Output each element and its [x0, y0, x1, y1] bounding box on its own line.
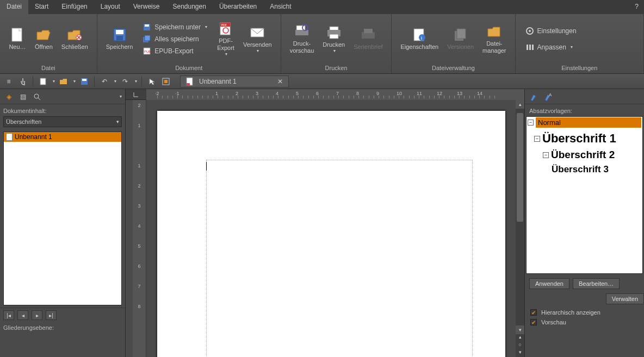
menu-references[interactable]: Verweise: [127, 0, 166, 14]
pdf-icon: PDF: [218, 21, 233, 36]
new-button[interactable]: Neu…: [4, 25, 30, 53]
object-mode-icon[interactable]: [160, 76, 171, 87]
doc-tab-title: Unbenannt 1: [199, 78, 237, 85]
properties-button[interactable]: i Eigenschaften: [396, 25, 443, 53]
cursor-icon[interactable]: [146, 76, 157, 87]
tree-collapse-icon[interactable]: −: [543, 152, 549, 158]
svg-rect-32: [529, 45, 531, 50]
edit-button[interactable]: Bearbeiten…: [573, 278, 620, 289]
scroll-thumb[interactable]: [517, 113, 523, 222]
outline-level-label: Gliederungsebene:: [0, 322, 125, 331]
menu-view[interactable]: Ansicht: [263, 0, 298, 14]
svg-rect-28: [457, 29, 466, 39]
styles-panel: A Absatzvorlagen: − Normal − Überschrift…: [524, 89, 644, 357]
style-heading2[interactable]: Überschrift 2: [551, 149, 615, 161]
outline-icon[interactable]: ▤: [17, 91, 28, 102]
open-button[interactable]: Öffnen: [30, 25, 57, 53]
chevron-down-icon: ▾: [116, 119, 119, 124]
scroll-down-icon[interactable]: ▾: [516, 325, 524, 334]
nav-tree[interactable]: Unbenannt 1: [3, 131, 122, 305]
customize-button[interactable]: Anpassen▾: [523, 42, 579, 53]
nav-last-button[interactable]: ▸|: [46, 310, 57, 320]
tree-collapse-icon[interactable]: −: [528, 120, 534, 126]
epub-export-button[interactable]: PUBEPUB-Export: [140, 46, 209, 57]
versions-button[interactable]: Versionen: [443, 25, 478, 53]
redo-icon[interactable]: ↷: [120, 76, 131, 87]
close-tab-icon[interactable]: ✕: [277, 78, 283, 85]
save-quick-icon[interactable]: [79, 76, 90, 87]
group-document-label: Dokument: [97, 64, 281, 73]
svg-rect-23: [364, 29, 373, 33]
menu-layout[interactable]: Layout: [94, 0, 127, 14]
apply-button[interactable]: Anwenden: [529, 278, 569, 289]
svg-text:PDF: PDF: [221, 23, 227, 27]
menu-review[interactable]: Überarbeiten: [213, 0, 263, 14]
tree-collapse-icon[interactable]: −: [534, 136, 540, 142]
save-button[interactable]: Speichern: [102, 25, 138, 53]
char-styles-icon[interactable]: A: [543, 92, 553, 102]
vertical-ruler[interactable]: 2112345678: [133, 100, 146, 357]
close-button[interactable]: Schließen: [57, 25, 92, 53]
tree-item[interactable]: Unbenannt 1: [4, 132, 121, 142]
mailmerge-button[interactable]: Serienbrief: [349, 25, 387, 53]
preview-checkbox[interactable]: ✔ Vorschau: [525, 317, 644, 327]
save-all-button[interactable]: Alles speichern: [140, 34, 209, 45]
ribbon: Neu… Öffnen Schließen Datei Speichern Sp…: [0, 14, 644, 74]
menu-start[interactable]: Start: [28, 0, 55, 14]
search-icon[interactable]: [32, 91, 42, 102]
chevron-down-icon: ▾: [333, 48, 336, 53]
nav-prev-button[interactable]: ◂: [17, 310, 28, 320]
nav-filter-combo[interactable]: Überschriften▾: [3, 116, 122, 127]
manage-button[interactable]: Verwalten: [606, 293, 644, 304]
page-viewport[interactable]: [146, 100, 516, 357]
flame-icon[interactable]: ◈: [3, 91, 14, 102]
menu-insert[interactable]: Einfügen: [55, 0, 94, 14]
page[interactable]: [157, 111, 505, 357]
styles-tree[interactable]: − Normal − Überschrift 1 − Überschrift 2…: [526, 116, 643, 274]
panel-menu-icon[interactable]: ▾: [120, 94, 122, 99]
menu-mailings[interactable]: Sendungen: [166, 0, 212, 14]
vertical-scrollbar[interactable]: ▴ ▾ ▴ ○ ▾: [516, 100, 524, 357]
folder-open-icon: [36, 27, 51, 42]
gear-icon: [525, 27, 534, 35]
prev-page-icon[interactable]: ▴: [516, 334, 524, 342]
checkbox-checked-icon: ✔: [530, 309, 537, 316]
style-heading3[interactable]: Überschrift 3: [552, 164, 609, 175]
svg-rect-8: [145, 35, 150, 41]
pdf-export-button[interactable]: PDF PDF- Export▾: [213, 19, 239, 59]
text-cursor: [206, 162, 207, 171]
open-folder-icon[interactable]: [58, 76, 69, 87]
menu-file[interactable]: Datei: [0, 0, 28, 14]
next-page-icon[interactable]: ▾: [516, 349, 524, 357]
nav-first-button[interactable]: |◂: [3, 310, 14, 320]
touch-icon[interactable]: [17, 76, 28, 87]
filemanager-button[interactable]: Datei- manager: [478, 22, 510, 57]
print-button[interactable]: Drucken▾: [318, 23, 349, 55]
svg-rect-36: [82, 79, 86, 81]
nav-next-button[interactable]: ▸: [32, 310, 42, 320]
paragraph-styles-icon[interactable]: [529, 92, 539, 102]
print-preview-button[interactable]: Druck- vorschau: [286, 22, 319, 57]
new-doc-icon[interactable]: [38, 76, 48, 87]
send-button[interactable]: Versenden▾: [239, 23, 276, 55]
document-tab[interactable]: Unbenannt 1 ✕: [180, 76, 289, 87]
properties-icon: i: [412, 27, 427, 42]
checkbox-checked-icon: ✔: [530, 319, 537, 325]
document-area: 2112345678 ·2·11234567891011121314 ▴ ▾ ▴…: [126, 89, 524, 357]
horizontal-ruler[interactable]: ·2·11234567891011121314: [146, 89, 524, 100]
menu-icon[interactable]: ≡: [3, 76, 14, 87]
scroll-up-icon[interactable]: ▴: [516, 100, 524, 109]
help-icon[interactable]: ?: [629, 0, 644, 14]
save-as-button[interactable]: Speichern unter▾: [140, 22, 209, 33]
ruler-origin[interactable]: [126, 89, 146, 100]
undo-icon[interactable]: ↶: [99, 76, 110, 87]
new-file-icon: [10, 27, 25, 42]
nav-target-icon[interactable]: ○: [516, 342, 524, 349]
style-heading1[interactable]: Überschrift 1: [542, 131, 616, 146]
hierarchical-checkbox[interactable]: ✔ Hierarchisch anzeigen: [525, 308, 644, 317]
folder-close-icon: [67, 27, 82, 42]
style-normal[interactable]: Normal: [536, 117, 641, 128]
settings-button[interactable]: Einstellungen: [523, 26, 579, 36]
menu-bar: Datei Start Einfügen Layout Verweise Sen…: [0, 0, 644, 14]
group-settings-label: Einstellungen: [516, 64, 643, 73]
